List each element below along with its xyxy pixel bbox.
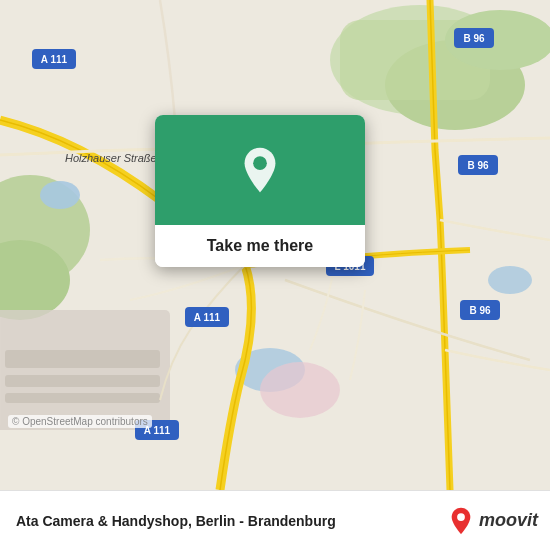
svg-text:B 96: B 96 bbox=[463, 33, 485, 44]
svg-point-31 bbox=[457, 513, 465, 521]
bottom-bar: Ata Camera & Handyshop, Berlin - Branden… bbox=[0, 490, 550, 550]
svg-point-13 bbox=[488, 266, 532, 294]
svg-rect-9 bbox=[5, 375, 160, 387]
svg-text:A 111: A 111 bbox=[41, 54, 68, 65]
location-popup: Take me there bbox=[155, 115, 365, 267]
popup-header bbox=[155, 115, 365, 225]
svg-rect-10 bbox=[5, 393, 160, 403]
map-view: A 111 A 111 A 111 B 96 B 96 B 96 L 1011 … bbox=[0, 0, 550, 490]
svg-text:Holzhauser Straße: Holzhauser Straße bbox=[65, 152, 157, 164]
take-me-there-button[interactable]: Take me there bbox=[155, 225, 365, 267]
place-info: Ata Camera & Handyshop, Berlin - Branden… bbox=[16, 513, 336, 529]
svg-rect-8 bbox=[5, 350, 160, 368]
svg-rect-7 bbox=[0, 310, 170, 430]
svg-text:A 111: A 111 bbox=[194, 312, 221, 323]
place-name: Ata Camera & Handyshop, Berlin - Branden… bbox=[16, 513, 336, 529]
svg-point-14 bbox=[260, 362, 340, 418]
svg-point-30 bbox=[253, 156, 267, 170]
location-pin-icon bbox=[236, 146, 284, 194]
moovit-logo: moovit bbox=[447, 507, 538, 535]
svg-text:B 96: B 96 bbox=[469, 305, 491, 316]
moovit-brand-text: moovit bbox=[479, 510, 538, 531]
svg-point-12 bbox=[40, 181, 80, 209]
svg-text:B 96: B 96 bbox=[467, 160, 489, 171]
osm-attribution: © OpenStreetMap contributors bbox=[8, 415, 152, 428]
moovit-pin-icon bbox=[447, 507, 475, 535]
